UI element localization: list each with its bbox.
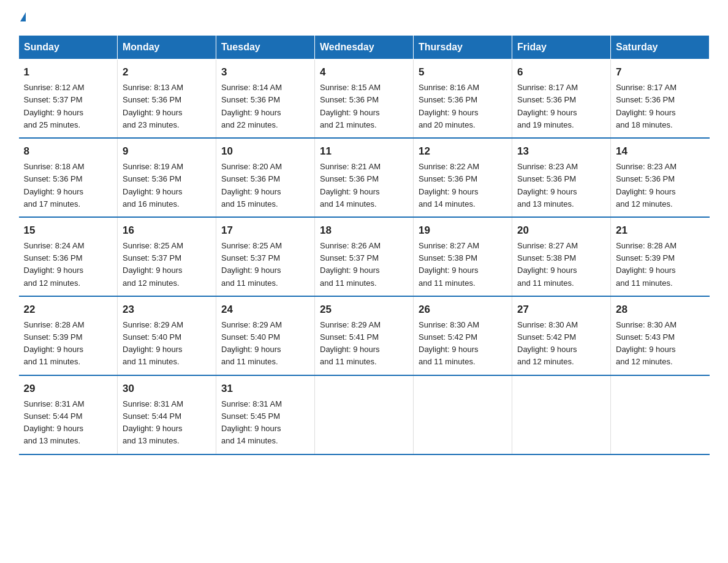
- week-row-1: 1Sunrise: 8:12 AMSunset: 5:37 PMDaylight…: [19, 59, 710, 138]
- day-info: Sunrise: 8:31 AMSunset: 5:44 PMDaylight:…: [123, 399, 183, 445]
- day-cell: 2Sunrise: 8:13 AMSunset: 5:36 PMDaylight…: [118, 59, 216, 138]
- page-header: [18, 12, 710, 24]
- day-cell: 15Sunrise: 8:24 AMSunset: 5:36 PMDayligh…: [19, 217, 118, 296]
- header-row: SundayMondayTuesdayWednesdayThursdayFrid…: [19, 36, 710, 59]
- header-day-saturday: Saturday: [611, 36, 710, 59]
- day-number: 26: [419, 302, 507, 318]
- day-cell: 1Sunrise: 8:12 AMSunset: 5:37 PMDaylight…: [19, 59, 118, 138]
- logo: [18, 12, 26, 24]
- day-info: Sunrise: 8:28 AMSunset: 5:39 PMDaylight:…: [24, 320, 85, 366]
- calendar-table: SundayMondayTuesdayWednesdayThursdayFrid…: [18, 35, 710, 455]
- day-info: Sunrise: 8:31 AMSunset: 5:45 PMDaylight:…: [221, 399, 282, 445]
- day-info: Sunrise: 8:17 AMSunset: 5:36 PMDaylight:…: [517, 83, 578, 129]
- day-cell: 27Sunrise: 8:30 AMSunset: 5:42 PMDayligh…: [512, 296, 611, 375]
- day-cell: 26Sunrise: 8:30 AMSunset: 5:42 PMDayligh…: [414, 296, 512, 375]
- day-info: Sunrise: 8:19 AMSunset: 5:36 PMDaylight:…: [123, 162, 183, 208]
- day-info: Sunrise: 8:14 AMSunset: 5:36 PMDaylight:…: [221, 83, 282, 129]
- header-day-friday: Friday: [512, 36, 611, 59]
- day-number: 16: [123, 223, 211, 239]
- day-cell: 7Sunrise: 8:17 AMSunset: 5:36 PMDaylight…: [611, 59, 710, 138]
- week-row-2: 8Sunrise: 8:18 AMSunset: 5:36 PMDaylight…: [19, 138, 710, 217]
- day-number: 10: [221, 144, 309, 159]
- day-number: 25: [320, 302, 408, 318]
- week-row-4: 22Sunrise: 8:28 AMSunset: 5:39 PMDayligh…: [19, 296, 710, 375]
- day-cell: 25Sunrise: 8:29 AMSunset: 5:41 PMDayligh…: [315, 296, 414, 375]
- day-number: 27: [517, 302, 605, 318]
- day-number: 12: [419, 144, 507, 159]
- day-number: 31: [221, 381, 309, 397]
- day-cell: 8Sunrise: 8:18 AMSunset: 5:36 PMDaylight…: [19, 138, 118, 217]
- day-info: Sunrise: 8:12 AMSunset: 5:37 PMDaylight:…: [24, 83, 85, 129]
- day-number: 9: [123, 144, 211, 159]
- day-cell: 21Sunrise: 8:28 AMSunset: 5:39 PMDayligh…: [611, 217, 710, 296]
- week-row-5: 29Sunrise: 8:31 AMSunset: 5:44 PMDayligh…: [19, 375, 710, 454]
- day-number: 28: [616, 302, 705, 318]
- day-cell: [315, 375, 414, 454]
- day-info: Sunrise: 8:30 AMSunset: 5:43 PMDaylight:…: [616, 320, 677, 366]
- day-info: Sunrise: 8:27 AMSunset: 5:38 PMDaylight:…: [517, 241, 578, 287]
- day-number: 24: [221, 302, 309, 318]
- day-number: 18: [320, 223, 408, 239]
- header-day-tuesday: Tuesday: [216, 36, 315, 59]
- day-cell: 5Sunrise: 8:16 AMSunset: 5:36 PMDaylight…: [414, 59, 512, 138]
- day-number: 7: [616, 64, 705, 80]
- day-info: Sunrise: 8:23 AMSunset: 5:36 PMDaylight:…: [616, 162, 677, 208]
- day-cell: [414, 375, 512, 454]
- day-cell: 30Sunrise: 8:31 AMSunset: 5:44 PMDayligh…: [118, 375, 216, 454]
- day-number: 22: [24, 302, 113, 318]
- day-info: Sunrise: 8:18 AMSunset: 5:36 PMDaylight:…: [24, 162, 85, 208]
- day-info: Sunrise: 8:29 AMSunset: 5:41 PMDaylight:…: [320, 320, 381, 366]
- day-cell: 9Sunrise: 8:19 AMSunset: 5:36 PMDaylight…: [118, 138, 216, 217]
- day-info: Sunrise: 8:13 AMSunset: 5:36 PMDaylight:…: [123, 83, 183, 129]
- day-cell: 6Sunrise: 8:17 AMSunset: 5:36 PMDaylight…: [512, 59, 611, 138]
- day-info: Sunrise: 8:27 AMSunset: 5:38 PMDaylight:…: [419, 241, 479, 287]
- day-cell: 3Sunrise: 8:14 AMSunset: 5:36 PMDaylight…: [216, 59, 315, 138]
- day-cell: 18Sunrise: 8:26 AMSunset: 5:37 PMDayligh…: [315, 217, 414, 296]
- day-number: 13: [517, 144, 605, 159]
- header-day-wednesday: Wednesday: [315, 36, 414, 59]
- day-cell: 24Sunrise: 8:29 AMSunset: 5:40 PMDayligh…: [216, 296, 315, 375]
- day-info: Sunrise: 8:29 AMSunset: 5:40 PMDaylight:…: [221, 320, 282, 366]
- day-info: Sunrise: 8:30 AMSunset: 5:42 PMDaylight:…: [419, 320, 479, 366]
- day-number: 21: [616, 223, 705, 239]
- day-number: 8: [24, 144, 113, 159]
- week-row-3: 15Sunrise: 8:24 AMSunset: 5:36 PMDayligh…: [19, 217, 710, 296]
- day-number: 11: [320, 144, 408, 159]
- day-cell: 20Sunrise: 8:27 AMSunset: 5:38 PMDayligh…: [512, 217, 611, 296]
- header-day-monday: Monday: [118, 36, 216, 59]
- day-cell: 28Sunrise: 8:30 AMSunset: 5:43 PMDayligh…: [611, 296, 710, 375]
- day-number: 6: [517, 64, 605, 80]
- day-info: Sunrise: 8:24 AMSunset: 5:36 PMDaylight:…: [24, 241, 85, 287]
- header-day-thursday: Thursday: [414, 36, 512, 59]
- day-info: Sunrise: 8:16 AMSunset: 5:36 PMDaylight:…: [419, 83, 479, 129]
- day-number: 20: [517, 223, 605, 239]
- day-info: Sunrise: 8:29 AMSunset: 5:40 PMDaylight:…: [123, 320, 183, 366]
- day-number: 2: [123, 64, 211, 80]
- day-cell: 19Sunrise: 8:27 AMSunset: 5:38 PMDayligh…: [414, 217, 512, 296]
- day-cell: 23Sunrise: 8:29 AMSunset: 5:40 PMDayligh…: [118, 296, 216, 375]
- day-cell: 10Sunrise: 8:20 AMSunset: 5:36 PMDayligh…: [216, 138, 315, 217]
- day-info: Sunrise: 8:28 AMSunset: 5:39 PMDaylight:…: [616, 241, 677, 287]
- day-number: 3: [221, 64, 309, 80]
- day-cell: 17Sunrise: 8:25 AMSunset: 5:37 PMDayligh…: [216, 217, 315, 296]
- day-cell: 11Sunrise: 8:21 AMSunset: 5:36 PMDayligh…: [315, 138, 414, 217]
- day-info: Sunrise: 8:25 AMSunset: 5:37 PMDaylight:…: [221, 241, 282, 287]
- day-number: 14: [616, 144, 705, 159]
- day-cell: [611, 375, 710, 454]
- day-info: Sunrise: 8:25 AMSunset: 5:37 PMDaylight:…: [123, 241, 183, 287]
- day-info: Sunrise: 8:26 AMSunset: 5:37 PMDaylight:…: [320, 241, 381, 287]
- day-info: Sunrise: 8:17 AMSunset: 5:36 PMDaylight:…: [616, 83, 677, 129]
- day-cell: [512, 375, 611, 454]
- day-cell: 13Sunrise: 8:23 AMSunset: 5:36 PMDayligh…: [512, 138, 611, 217]
- day-cell: 16Sunrise: 8:25 AMSunset: 5:37 PMDayligh…: [118, 217, 216, 296]
- day-info: Sunrise: 8:20 AMSunset: 5:36 PMDaylight:…: [221, 162, 282, 208]
- day-cell: 29Sunrise: 8:31 AMSunset: 5:44 PMDayligh…: [19, 375, 118, 454]
- day-number: 15: [24, 223, 113, 239]
- day-number: 23: [123, 302, 211, 318]
- day-info: Sunrise: 8:23 AMSunset: 5:36 PMDaylight:…: [517, 162, 578, 208]
- day-number: 19: [419, 223, 507, 239]
- day-cell: 22Sunrise: 8:28 AMSunset: 5:39 PMDayligh…: [19, 296, 118, 375]
- day-info: Sunrise: 8:21 AMSunset: 5:36 PMDaylight:…: [320, 162, 381, 208]
- day-cell: 4Sunrise: 8:15 AMSunset: 5:36 PMDaylight…: [315, 59, 414, 138]
- day-number: 29: [24, 381, 113, 397]
